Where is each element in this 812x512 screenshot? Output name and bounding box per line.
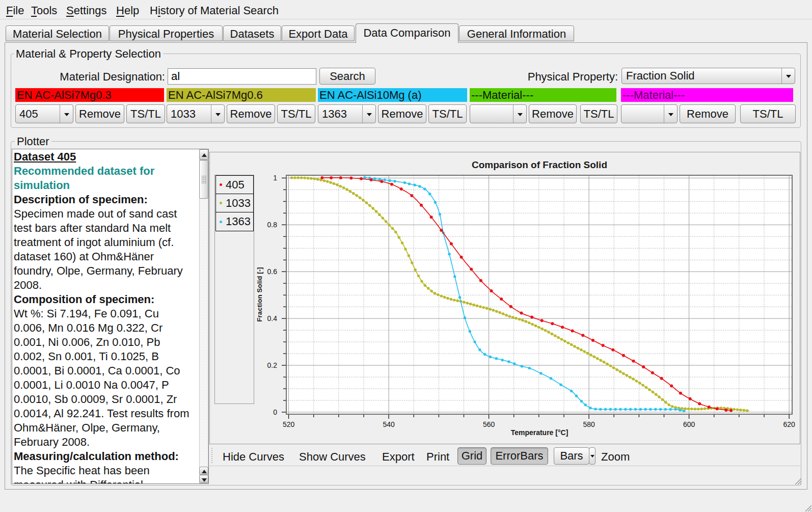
svg-text:0.8: 0.8 bbox=[267, 221, 278, 229]
svg-text:0.4: 0.4 bbox=[267, 314, 278, 322]
svg-text:Temperature [°C]: Temperature [°C] bbox=[511, 428, 569, 437]
svg-text:1: 1 bbox=[273, 174, 277, 182]
svg-text:Fraction Solid [-]: Fraction Solid [-] bbox=[256, 267, 263, 321]
svg-text:0.6: 0.6 bbox=[267, 267, 278, 276]
svg-text:580: 580 bbox=[583, 420, 595, 428]
svg-text:0.2: 0.2 bbox=[267, 361, 278, 369]
svg-text:620: 620 bbox=[783, 420, 795, 428]
svg-text:540: 540 bbox=[383, 420, 395, 428]
svg-text:600: 600 bbox=[683, 420, 695, 428]
svg-text:520: 520 bbox=[283, 420, 295, 428]
svg-text:Comparison of Fraction Solid: Comparison of Fraction Solid bbox=[472, 159, 607, 170]
svg-text:0: 0 bbox=[273, 408, 277, 416]
svg-text:560: 560 bbox=[483, 420, 495, 428]
